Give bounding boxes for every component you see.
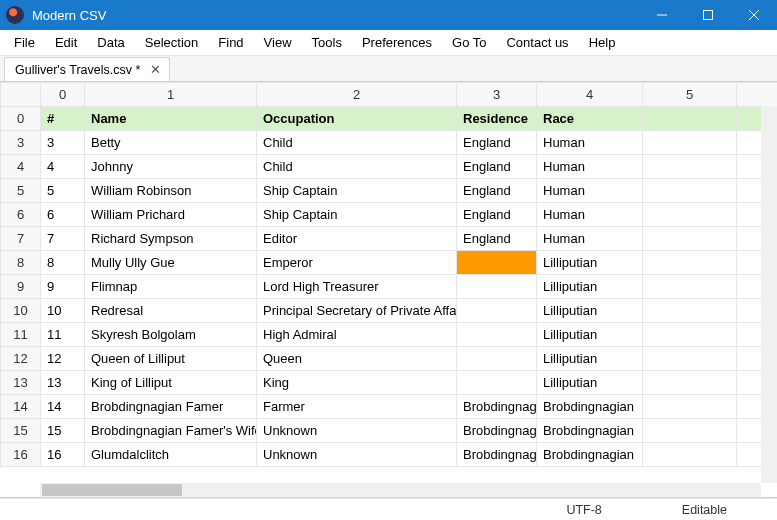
cell[interactable]: 16 <box>41 443 85 467</box>
cell[interactable]: 4 <box>41 155 85 179</box>
cell[interactable]: Human <box>537 203 643 227</box>
row-header[interactable]: 12 <box>1 347 41 371</box>
scrollbar-thumb[interactable] <box>42 484 182 496</box>
cell[interactable]: Editor <box>257 227 457 251</box>
cell[interactable]: Mully Ully Gue <box>85 251 257 275</box>
row-header[interactable]: 4 <box>1 155 41 179</box>
cell[interactable] <box>643 179 737 203</box>
cell[interactable]: Lilliputian <box>537 275 643 299</box>
cell[interactable]: Human <box>537 131 643 155</box>
cell[interactable]: Human <box>537 179 643 203</box>
cell[interactable]: Lilliputian <box>537 323 643 347</box>
row-header[interactable]: 13 <box>1 371 41 395</box>
cell[interactable] <box>457 347 537 371</box>
vertical-scrollbar[interactable] <box>761 106 777 483</box>
cell[interactable]: Brobdingnagian <box>537 395 643 419</box>
cell[interactable]: Lilliputian <box>537 347 643 371</box>
cell[interactable]: England <box>457 179 537 203</box>
menu-selection[interactable]: Selection <box>135 32 208 53</box>
cell[interactable] <box>457 371 537 395</box>
cell[interactable]: Betty <box>85 131 257 155</box>
row-header[interactable]: 10 <box>1 299 41 323</box>
cell[interactable]: Principal Secretary of Private Affairs <box>257 299 457 323</box>
cell[interactable]: 13 <box>41 371 85 395</box>
cell[interactable]: Name <box>85 107 257 131</box>
cell[interactable]: Lord High Treasurer <box>257 275 457 299</box>
cell[interactable]: Race <box>537 107 643 131</box>
cell[interactable] <box>643 371 737 395</box>
cell[interactable]: Human <box>537 155 643 179</box>
row-header[interactable]: 9 <box>1 275 41 299</box>
cell[interactable]: Child <box>257 155 457 179</box>
cell[interactable]: Brobdingnag <box>457 395 537 419</box>
cell[interactable]: Unknown <box>257 443 457 467</box>
cell[interactable] <box>643 347 737 371</box>
corner-cell[interactable] <box>1 83 41 107</box>
menu-help[interactable]: Help <box>579 32 626 53</box>
menu-view[interactable]: View <box>254 32 302 53</box>
cell[interactable]: Richard Sympson <box>85 227 257 251</box>
cell[interactable]: 9 <box>41 275 85 299</box>
row-header[interactable]: 16 <box>1 443 41 467</box>
cell[interactable] <box>643 251 737 275</box>
row-header[interactable]: 15 <box>1 419 41 443</box>
column-header-5[interactable]: 5 <box>643 83 737 107</box>
cell[interactable]: Residence <box>457 107 537 131</box>
cell[interactable]: England <box>457 131 537 155</box>
cell[interactable] <box>643 155 737 179</box>
cell[interactable]: Child <box>257 131 457 155</box>
cell[interactable]: 7 <box>41 227 85 251</box>
cell[interactable]: Brobdingnagian <box>537 443 643 467</box>
cell[interactable]: Flimnap <box>85 275 257 299</box>
cell[interactable]: Ship Captain <box>257 179 457 203</box>
cell[interactable]: William Robinson <box>85 179 257 203</box>
cell[interactable]: England <box>457 155 537 179</box>
row-header[interactable]: 14 <box>1 395 41 419</box>
cell[interactable]: Lilliputian <box>537 299 643 323</box>
minimize-button[interactable] <box>639 0 685 30</box>
cell[interactable]: Brobdingnagian Famer <box>85 395 257 419</box>
cell[interactable]: Farmer <box>257 395 457 419</box>
menu-preferences[interactable]: Preferences <box>352 32 442 53</box>
cell[interactable]: Johnny <box>85 155 257 179</box>
cell[interactable]: Redresal <box>85 299 257 323</box>
cell[interactable] <box>643 227 737 251</box>
row-header[interactable]: 11 <box>1 323 41 347</box>
cell[interactable]: 11 <box>41 323 85 347</box>
cell[interactable]: England <box>457 203 537 227</box>
cell[interactable]: King <box>257 371 457 395</box>
cell[interactable]: Lilliputian <box>537 371 643 395</box>
close-tab-icon[interactable]: ✕ <box>148 62 163 77</box>
cell[interactable] <box>643 107 737 131</box>
cell[interactable]: # <box>41 107 85 131</box>
cell[interactable]: Brobdingnag <box>457 443 537 467</box>
cell[interactable]: Brobdingnag <box>457 419 537 443</box>
cell[interactable]: Unknown <box>257 419 457 443</box>
row-header[interactable]: 5 <box>1 179 41 203</box>
column-header-1[interactable]: 1 <box>85 83 257 107</box>
cell[interactable]: Emperor <box>257 251 457 275</box>
cell[interactable]: England <box>457 227 537 251</box>
menu-edit[interactable]: Edit <box>45 32 87 53</box>
cell[interactable]: William Prichard <box>85 203 257 227</box>
cell[interactable]: 3 <box>41 131 85 155</box>
cell[interactable] <box>643 323 737 347</box>
cell[interactable]: 14 <box>41 395 85 419</box>
menu-find[interactable]: Find <box>208 32 253 53</box>
cell[interactable]: Queen <box>257 347 457 371</box>
menu-data[interactable]: Data <box>87 32 134 53</box>
column-header-4[interactable]: 4 <box>537 83 643 107</box>
row-header[interactable]: 6 <box>1 203 41 227</box>
cell[interactable]: King of Lilliput <box>85 371 257 395</box>
cell[interactable] <box>457 251 537 275</box>
menu-file[interactable]: File <box>4 32 45 53</box>
menu-contact-us[interactable]: Contact us <box>496 32 578 53</box>
row-header[interactable]: 7 <box>1 227 41 251</box>
row-header[interactable]: 0 <box>1 107 41 131</box>
maximize-button[interactable] <box>685 0 731 30</box>
cell[interactable]: Skyresh Bolgolam <box>85 323 257 347</box>
column-header-6[interactable] <box>737 83 778 107</box>
cell[interactable]: Queen of Lilliput <box>85 347 257 371</box>
cell[interactable] <box>643 275 737 299</box>
cell[interactable]: Glumdalclitch <box>85 443 257 467</box>
